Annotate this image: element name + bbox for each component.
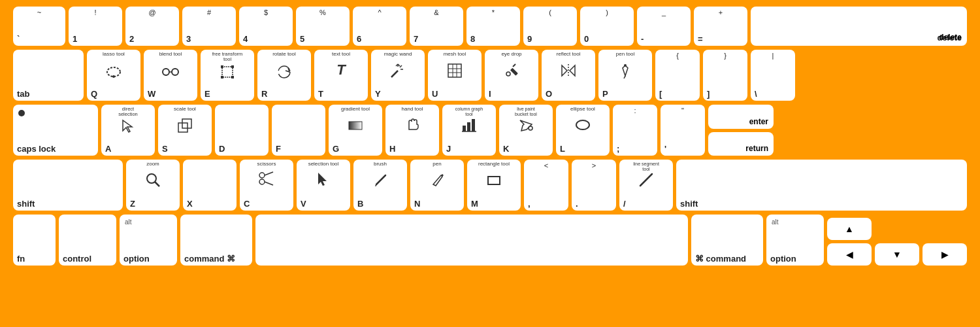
key-shift-right[interactable]: shift [676, 160, 967, 211]
key-l[interactable]: ellipse tool L [556, 105, 610, 156]
svg-rect-35 [472, 119, 475, 131]
key-comma[interactable]: < , [524, 160, 568, 211]
svg-rect-32 [349, 122, 362, 129]
key-y[interactable]: magic wand Y [371, 50, 425, 101]
svg-rect-31 [182, 119, 191, 128]
key-u[interactable]: mesh tool U [428, 50, 482, 101]
free-transform-icon [218, 63, 237, 81]
key-g[interactable]: gradient tool G [329, 105, 382, 156]
key-q[interactable]: lasso tool Q [87, 50, 140, 101]
scale-tool-icon [176, 116, 194, 135]
key-semicolon[interactable]: : ; [613, 105, 657, 156]
key-s[interactable]: scale tool S [158, 105, 212, 156]
rotate-tool-icon [275, 63, 293, 81]
key-command-right[interactable]: ⌘ command [691, 215, 763, 266]
key-e[interactable]: free transformtool E [201, 50, 254, 101]
eyedrop-tool-icon [502, 61, 521, 80]
reflect-tool-icon [559, 61, 578, 80]
key-7[interactable]: & 7 [410, 7, 463, 46]
mesh-tool-icon [446, 61, 464, 80]
key-h[interactable]: hand tool H [385, 105, 439, 156]
key-backslash[interactable]: | \ [751, 50, 795, 101]
key-bracket-right[interactable]: } ] [703, 50, 747, 101]
gradient-tool-icon [346, 116, 365, 135]
key-j[interactable]: column graphtool J [442, 105, 496, 156]
key-bracket-left[interactable]: { [ [655, 50, 700, 101]
direct-selection-icon [120, 118, 136, 133]
key-tilde[interactable]: ~ ` [13, 7, 65, 46]
key-option-right[interactable]: alt option [766, 215, 824, 266]
svg-point-2 [163, 69, 169, 75]
key-4[interactable]: $ 4 [239, 7, 293, 46]
key-8[interactable]: * 8 [466, 7, 520, 46]
key-tab[interactable]: tab [13, 50, 84, 101]
keyboard-layout: ~ ` ! 1 @ 2 # 3 $ 4 % 5 ^ 6 & 7 [0, 0, 980, 272]
text-tool-icon: T [336, 61, 345, 78]
key-fn[interactable]: fn [13, 215, 56, 266]
svg-rect-8 [221, 76, 223, 78]
qwerty-row: tab lasso tool Q blend tool W free trans… [13, 50, 967, 101]
key-d[interactable]: D [215, 105, 269, 156]
key-2[interactable]: @ 2 [125, 7, 179, 46]
key-f[interactable]: F [272, 105, 325, 156]
key-w[interactable]: blend tool W [144, 50, 197, 101]
svg-rect-5 [222, 67, 233, 77]
key-period[interactable]: > . [572, 160, 616, 211]
key-i[interactable]: eye drop I [485, 50, 538, 101]
key-b[interactable]: brush B [353, 160, 407, 211]
key-quote[interactable]: " ' [661, 105, 705, 156]
svg-line-24 [513, 64, 515, 67]
key-command-left[interactable]: command ⌘ [180, 215, 252, 266]
svg-point-0 [107, 67, 120, 77]
key-equals[interactable]: + = [694, 7, 747, 46]
key-shift-left[interactable]: shift [13, 160, 123, 211]
key-o[interactable]: reflect tool O [542, 50, 595, 101]
key-c[interactable]: scissors C [240, 160, 293, 211]
zxcv-row: shift zoom Z X scissors C selection tool… [13, 160, 967, 211]
key-arrow-right[interactable]: ▶ [923, 243, 967, 266]
svg-marker-25 [562, 65, 567, 76]
svg-rect-33 [463, 126, 466, 131]
key-n[interactable]: pen N [410, 160, 464, 211]
key-arrow-down[interactable]: ▼ [875, 243, 919, 266]
key-6[interactable]: ^ 6 [353, 7, 406, 46]
column-graph-icon [461, 116, 478, 133]
key-1[interactable]: ! 1 [69, 7, 122, 46]
key-arrow-up[interactable]: ▲ [827, 218, 872, 240]
svg-line-44 [265, 182, 273, 185]
key-x[interactable]: X [183, 160, 237, 211]
selection-tool-icon [316, 171, 331, 187]
key-spacebar[interactable] [255, 215, 688, 266]
key-slash[interactable]: line segmenttool / [619, 160, 673, 211]
svg-line-45 [376, 175, 385, 184]
svg-rect-6 [221, 65, 223, 68]
scissors-icon [257, 169, 276, 188]
key-caps-lock[interactable]: caps lock [13, 105, 98, 156]
key-r[interactable]: rotate tool R [257, 50, 311, 101]
live-paint-bucket-icon [517, 116, 534, 133]
key-control[interactable]: control [59, 215, 116, 266]
key-k[interactable]: live paintbucket tool K [499, 105, 553, 156]
key-delete[interactable]: delete delete [751, 7, 967, 46]
key-p[interactable]: pen tool P [598, 50, 652, 101]
key-v[interactable]: selection tool V [297, 160, 350, 211]
key-minus[interactable]: _ - [637, 7, 691, 46]
svg-line-11 [391, 71, 398, 77]
key-enter[interactable]: enter [708, 105, 774, 129]
key-9[interactable]: ( 9 [523, 7, 577, 46]
key-t[interactable]: text tool T T [314, 50, 368, 101]
key-z[interactable]: zoom Z [126, 160, 180, 211]
key-5[interactable]: % 5 [296, 7, 350, 46]
svg-line-29 [624, 76, 625, 78]
svg-line-47 [640, 174, 652, 186]
key-option-left[interactable]: alt option [120, 215, 177, 266]
brush-icon [371, 170, 389, 188]
key-arrow-left[interactable]: ◀ [827, 243, 872, 266]
key-3[interactable]: # 3 [182, 7, 236, 46]
bottom-row: fn control alt option command ⌘ ⌘ comman… [13, 215, 967, 266]
key-0[interactable]: ) 0 [580, 7, 634, 46]
key-return[interactable]: return [708, 132, 774, 156]
asdf-row: caps lock directselection A scale tool S… [13, 105, 967, 156]
key-m[interactable]: rectangle tool M [467, 160, 521, 211]
key-a[interactable]: directselection A [101, 105, 155, 156]
